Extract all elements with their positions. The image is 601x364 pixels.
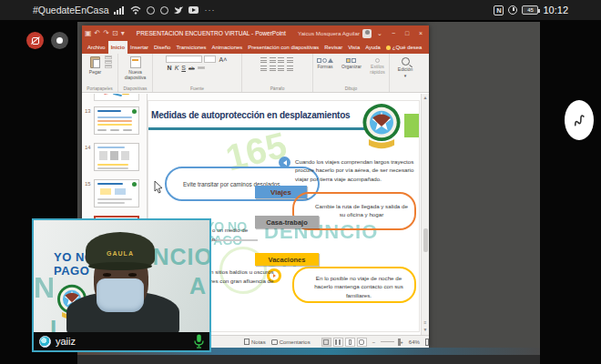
whatsapp-icon <box>160 6 168 15</box>
tab-revisar[interactable]: Revisar <box>321 41 345 54</box>
opera-icon <box>147 6 155 15</box>
quick-styles-icon <box>375 58 380 63</box>
comments-icon <box>271 339 278 345</box>
restore-button[interactable]: □ <box>402 30 413 36</box>
tab-presentacion[interactable]: Presentación con diapositivas <box>245 41 321 54</box>
wifi-icon <box>130 5 141 15</box>
view-normal-button[interactable] <box>321 338 331 347</box>
zoom-slider[interactable] <box>381 341 394 343</box>
scrollbar-thumb[interactable] <box>423 228 428 252</box>
tip-fragment-left-1: o un medio de n. <box>212 226 248 243</box>
video-off-button[interactable] <box>26 32 44 49</box>
fit-to-window-icon[interactable] <box>425 339 429 346</box>
thumbnail-number: 15 <box>85 181 91 187</box>
italic-button[interactable]: K <box>173 65 180 71</box>
tab-archivo[interactable]: Archivo <box>85 41 108 54</box>
font-color-button[interactable] <box>198 66 205 70</box>
ribbon: Pegar Portapapeles Nueva diapositiva Dia… <box>82 54 429 93</box>
font-size-box[interactable] <box>204 56 216 63</box>
squiggle-icon <box>570 111 588 129</box>
clipboard-icon <box>90 56 100 68</box>
account-avatar[interactable] <box>362 29 372 38</box>
group-label-portapapeles: Portapapeles <box>87 86 112 91</box>
grow-font-button[interactable]: A˄ <box>218 56 229 63</box>
tab-insertar[interactable]: Insertar <box>127 41 151 54</box>
font-name-box[interactable] <box>166 56 202 63</box>
quick-styles-button[interactable]: Estilos rápidos <box>368 57 387 76</box>
group-label-fuente: Fuente <box>190 86 204 91</box>
banner-letter-a: A <box>189 273 206 299</box>
annotation-pen-button[interactable] <box>51 32 68 49</box>
notes-button[interactable]: Notas <box>244 339 266 345</box>
view-reading-button[interactable] <box>345 338 355 347</box>
vertical-scrollbar[interactable]: ▲ ≡▼ <box>421 94 429 335</box>
shapes-icon <box>317 58 333 63</box>
underline-button[interactable]: S <box>180 65 188 71</box>
redo-icon[interactable]: ↷ <box>103 29 109 37</box>
paste-button[interactable]: Pegar <box>87 56 103 76</box>
list-buttons[interactable] <box>260 57 294 63</box>
align-buttons[interactable] <box>260 66 294 71</box>
nfc-icon: N <box>494 5 504 15</box>
tab-vista[interactable]: Vista <box>345 41 362 54</box>
android-status-bar: #QuedateEnCasa ··· N 45 10:12 <box>0 0 601 20</box>
ppt-title-bar: ▣ ↶ ↷ ⊡ ▾ PRESENTACION ENCUENTRO VIRTUAL… <box>82 25 429 41</box>
tip-text-vacaciones: En lo posible no viaje de noche de hacer… <box>308 274 410 299</box>
tab-ayuda[interactable]: Ayuda <box>362 41 383 54</box>
slide-title: Medidas de autoprotección en desplazamie… <box>151 110 379 120</box>
bold-button[interactable]: N <box>166 65 173 71</box>
label-vacaciones: Vacaciones <box>255 253 319 266</box>
scroll-slide-buttons[interactable]: ≡▼ <box>422 318 429 333</box>
thumbnail-slide-13[interactable] <box>94 106 139 135</box>
qat-dropdown-icon[interactable]: ▾ <box>121 29 125 37</box>
search-icon <box>402 57 410 66</box>
participant-name: yaiiz <box>56 336 76 347</box>
window-title: PRESENTACION ENCUENTRO VIRTUAL - PowerPo… <box>127 30 295 36</box>
floating-call-controls <box>26 32 68 49</box>
notes-icon <box>244 339 250 345</box>
tell-me-box[interactable]: ¿Qué desea <box>383 45 424 50</box>
pen-icon <box>56 37 63 44</box>
save-icon[interactable]: ▣ <box>85 29 92 37</box>
participant-video-tile[interactable]: YO NOPAGO NCIO A N LA GAULA yaiiz <box>32 218 211 352</box>
thumbnail-slide-15[interactable] <box>94 179 139 207</box>
start-slideshow-icon[interactable]: ⊡ <box>112 29 118 37</box>
person-eye <box>128 273 137 277</box>
thumb-logo-dot <box>132 109 137 114</box>
view-sorter-button[interactable] <box>333 338 343 347</box>
tab-transiciones[interactable]: Transiciones <box>173 41 209 54</box>
microphone-icon <box>194 334 204 349</box>
zoom-level[interactable]: 64% <box>409 339 420 345</box>
battery-icon: 45 <box>522 5 538 15</box>
tip-text-viajes: Cuando los viajes comprendan largos tray… <box>295 157 415 183</box>
zoom-out-button[interactable]: − <box>372 339 376 345</box>
slide-green-accent <box>404 114 419 137</box>
thumbnail-partial[interactable] <box>94 94 139 101</box>
zoom-slider-handle[interactable] <box>398 339 401 346</box>
thumbnail-number: 13 <box>85 108 91 114</box>
tip-text-casa-trabajo: Cambie la ruta de llegada y salida de su… <box>312 202 411 219</box>
ribbon-options-icon[interactable]: ⌄ <box>374 30 385 37</box>
share-button[interactable]: Compartir <box>428 45 429 50</box>
tab-animaciones[interactable]: Animaciones <box>209 41 246 54</box>
ribbon-tab-bar: Archivo Inicio Insertar Diseño Transicio… <box>82 41 429 54</box>
account-name[interactable]: Yaicus Mosquera Aguilar <box>298 30 360 36</box>
annotation-tool-button[interactable] <box>565 100 594 140</box>
undo-icon[interactable]: ↶ <box>95 29 101 37</box>
strikethrough-button[interactable]: ab <box>188 66 197 71</box>
new-slide-button[interactable]: Nueva diapositiva <box>120 56 150 81</box>
cut-copy-format-buttons[interactable] <box>105 56 112 68</box>
group-label-dibujo: Dibujo <box>345 86 358 91</box>
close-button[interactable]: × <box>415 30 426 36</box>
comments-button[interactable]: Comentarios <box>271 339 311 345</box>
shapes-button[interactable]: Formas <box>315 57 335 70</box>
scroll-up-icon[interactable]: ▲ <box>422 95 429 100</box>
arrange-button[interactable]: Organizar <box>340 57 363 70</box>
tab-diseno[interactable]: Diseño <box>151 41 173 54</box>
group-label-diapositivas: Diapositivas <box>124 86 148 91</box>
view-slideshow-button[interactable] <box>357 338 367 347</box>
tab-inicio[interactable]: Inicio <box>108 41 127 54</box>
minimize-button[interactable]: − <box>388 30 399 36</box>
alarm-icon <box>508 5 517 15</box>
thumbnail-slide-14[interactable] <box>94 143 139 171</box>
